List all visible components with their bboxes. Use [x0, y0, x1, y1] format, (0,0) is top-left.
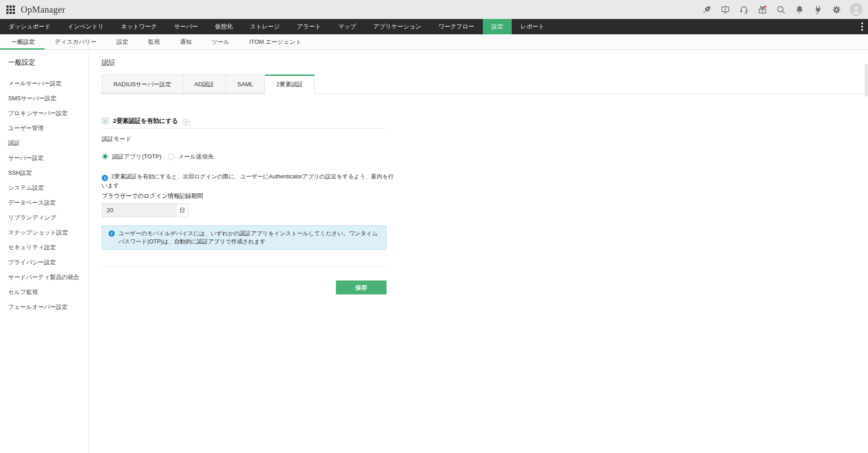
sidebar-item[interactable]: SSH設定 [8, 170, 89, 176]
auth-mode-radio[interactable]: メール送信先 [168, 153, 214, 161]
sidebar-heading: 一般設定 [8, 58, 89, 67]
sidebar-item[interactable]: システム設定 [8, 185, 89, 191]
search-icon[interactable] [776, 5, 786, 14]
radio-label: 認証アプリ(TOTP) [112, 153, 161, 161]
support-headset-icon[interactable] [739, 5, 749, 14]
nav-item[interactable]: ワークフロー [430, 19, 483, 34]
save-button[interactable]: 保存 [336, 280, 387, 294]
sidebar-item[interactable]: スナップショット設定 [8, 229, 89, 235]
info-banner: i ユーザーのモバイルデバイスには、いずれかの認証アプリをインストールしてくださ… [102, 225, 387, 250]
subnav-item[interactable]: 監視 [138, 34, 170, 49]
sidebar-item[interactable]: リブランディング [8, 215, 89, 220]
settings-subnav: 一般設定 ディスカバリー 設定 監視 通知 ツール ITOM エージェント [0, 34, 868, 50]
info-banner-text: ユーザーのモバイルデバイスには、いずれかの認証アプリをインストールしてください。… [118, 229, 380, 246]
more-menu-icon[interactable] [861, 26, 863, 28]
subnav-item[interactable]: ツール [202, 34, 240, 49]
subnav-item[interactable]: 通知 [170, 34, 202, 49]
login-period-field: 日 [102, 203, 189, 217]
radio-icon [102, 153, 108, 160]
login-period-input[interactable] [102, 204, 176, 217]
settings-gear-icon[interactable] [831, 5, 841, 14]
whats-new-gift-icon[interactable] [757, 5, 767, 14]
nav-item[interactable]: サーバー [165, 19, 207, 34]
radio-icon [168, 153, 175, 160]
tab[interactable]: 2要素認証 [265, 75, 315, 94]
page-title: 認証 [102, 59, 868, 67]
tab[interactable]: SAML [226, 75, 265, 93]
subnav-item[interactable]: ITOM エージェント [239, 34, 311, 49]
info-note-text: 2要素認証を有効にすると、次回ログインの際に、ユーザーにAuthenticato… [102, 173, 394, 189]
app-title: OpManager [21, 5, 65, 15]
topbar-icon-group [702, 3, 863, 16]
rocket-icon[interactable] [702, 5, 712, 14]
enable-2fa-label: 2要素認証を有効にする [113, 117, 178, 125]
sidebar-item[interactable]: セルフ監視 [8, 289, 89, 295]
nav-item[interactable]: マップ [330, 19, 365, 34]
enable-2fa-checkbox[interactable]: ✓ [102, 117, 108, 124]
nav-item[interactable]: ストレージ [241, 19, 288, 34]
auth-mode-radio[interactable]: 認証アプリ(TOTP) [102, 153, 161, 161]
divider [102, 128, 387, 129]
info-icon: i [108, 230, 115, 237]
info-icon: i [102, 175, 108, 181]
nav-item[interactable]: アプリケーション [365, 19, 430, 34]
radio-label: メール送信先 [178, 153, 214, 161]
sidebar-item[interactable]: サードパーティ製品の統合 [8, 274, 89, 280]
help-icon[interactable]: ? [183, 119, 189, 126]
nav-item[interactable]: ダッシュボード [0, 19, 59, 34]
sidebar-item[interactable]: サーバー設定 [8, 155, 89, 161]
sidebar-item[interactable]: フェールオーバー設定 [8, 304, 89, 310]
login-period-label: ブラウザーでのログイン情報記録期間 [102, 193, 387, 199]
apps-grid-icon[interactable] [6, 5, 15, 14]
subnav-item[interactable]: 設定 [107, 34, 138, 49]
sidebar-item[interactable]: データベース設定 [8, 200, 89, 205]
main-content: 認証 RADIUSサーバー設定 AD認証 SAML 2要素認証 ✓ 2要素認証を… [89, 50, 868, 453]
auth-mode-options: 認証アプリ(TOTP) メール送信先 [102, 153, 387, 160]
divider [102, 266, 387, 267]
topbar: OpManager [0, 0, 868, 19]
nav-item[interactable]: 仮想化 [207, 19, 241, 34]
tab[interactable]: RADIUSサーバー設定 [102, 75, 183, 93]
user-avatar[interactable] [850, 3, 863, 16]
main-nav: ダッシュボード インベントリ ネットワーク サーバー 仮想化 ストレージ アラー… [0, 19, 868, 34]
unit-label: 日 [176, 204, 188, 217]
notifications-bell-icon[interactable] [794, 5, 804, 14]
scrollbar[interactable] [865, 64, 868, 97]
sidebar-item[interactable]: プロキシサーバー設定 [8, 110, 89, 116]
nav-item[interactable]: アラート [288, 19, 330, 34]
integrations-plug-icon[interactable] [813, 5, 823, 14]
auth-mode-label: 認証モード [102, 136, 387, 142]
tab[interactable]: AD認証 [183, 75, 226, 93]
sidebar-item[interactable]: 認証 [8, 140, 89, 146]
nav-item[interactable]: レポート [512, 19, 553, 34]
enable-2fa-row: ✓ 2要素認証を有効にする ? [102, 117, 387, 125]
demo-video-icon[interactable] [720, 5, 730, 14]
auth-tabs: RADIUSサーバー設定 AD認証 SAML 2要素認証 [102, 75, 868, 94]
subnav-item[interactable]: ディスカバリー [45, 34, 107, 49]
sidebar-item[interactable]: メールサーバー設定 [8, 80, 89, 86]
nav-item[interactable]: ネットワーク [113, 19, 166, 34]
sidebar-item[interactable]: セキュリティ設定 [8, 244, 89, 250]
sidebar-item[interactable]: ユーザー管理 [8, 125, 89, 131]
subnav-item[interactable]: 一般設定 [0, 34, 45, 49]
info-note: i2要素認証を有効にすると、次回ログインの際に、ユーザーにAuthenticat… [102, 172, 396, 190]
sidebar-item[interactable]: SMSサーバー設定 [8, 95, 89, 101]
sidebar-item[interactable]: プライバシー設定 [8, 259, 89, 265]
settings-sidebar: 一般設定 メールサーバー設定 SMSサーバー設定 プロキシサーバー設定 ユーザー… [0, 50, 89, 453]
nav-item[interactable]: インベントリ [59, 19, 113, 34]
nav-item[interactable]: 設定 [483, 19, 512, 34]
